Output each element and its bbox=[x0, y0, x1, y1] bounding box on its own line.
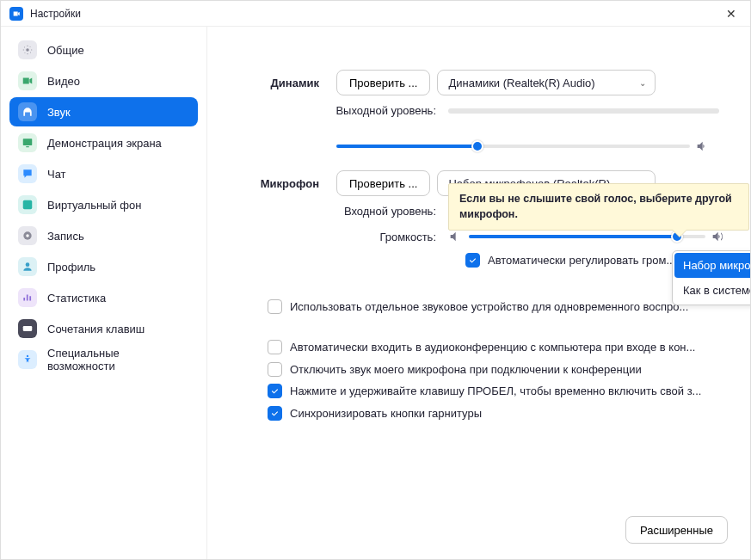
chat-icon bbox=[18, 164, 37, 183]
speaker-low-icon bbox=[448, 230, 462, 243]
sidebar-item-label: Демонстрация экрана bbox=[47, 137, 162, 150]
svg-rect-6 bbox=[23, 326, 33, 331]
sidebar-item-label: Специальные возможности bbox=[47, 347, 189, 372]
svg-point-7 bbox=[27, 355, 28, 357]
video-icon bbox=[18, 71, 37, 90]
mic-hint-tooltip: Если вы не слышите свой голос, выберите … bbox=[448, 183, 749, 231]
sidebar: Общие Видео Звук Демонстрация экрана Чат… bbox=[1, 27, 207, 559]
auto-join-label: Автоматически входить в аудиоконференцию… bbox=[290, 339, 695, 356]
separate-audio-label: Использовать отдельное звуковое устройст… bbox=[290, 298, 688, 316]
auto-join-row: Автоматически входить в аудиоконференцию… bbox=[268, 339, 724, 356]
chevron-down-icon: ⌄ bbox=[639, 78, 646, 88]
sidebar-item-profile[interactable]: Профиль bbox=[9, 252, 198, 281]
sidebar-item-general[interactable]: Общие bbox=[9, 35, 198, 65]
mic-volume-label: Громкость: bbox=[233, 231, 448, 243]
main-panel: Динамик Проверить ... Динамики (Realtek(… bbox=[207, 27, 750, 559]
keyboard-icon bbox=[18, 319, 37, 338]
sidebar-item-share[interactable]: Демонстрация экрана bbox=[9, 128, 198, 157]
svg-rect-2 bbox=[23, 200, 33, 210]
mute-on-join-label: Отключить звук моего микрофона при подкл… bbox=[290, 361, 642, 378]
space-unmute-checkbox[interactable] bbox=[268, 384, 282, 398]
speaker-high-icon bbox=[711, 230, 724, 243]
sidebar-item-label: Чат bbox=[47, 168, 66, 181]
speaker-select[interactable]: Динамики (Realtek(R) Audio) ⌄ bbox=[437, 70, 656, 95]
headphones-icon bbox=[18, 102, 37, 121]
sidebar-item-label: Запись bbox=[47, 230, 84, 243]
advanced-button[interactable]: Расширенные bbox=[625, 516, 728, 544]
sidebar-item-stats[interactable]: Статистика bbox=[9, 283, 198, 312]
stats-icon bbox=[18, 288, 37, 307]
speaker-volume-slider[interactable] bbox=[233, 138, 724, 155]
tooltip-text: Если вы не слышите свой голос, выберите … bbox=[459, 193, 732, 220]
sidebar-item-recording[interactable]: Запись bbox=[9, 221, 198, 250]
sidebar-item-audio[interactable]: Звук bbox=[9, 97, 198, 126]
sidebar-item-label: Сочетания клавиш bbox=[47, 323, 145, 335]
mic-volume-row: Громкость: bbox=[233, 228, 724, 245]
sidebar-item-label: Виртуальный фон bbox=[47, 199, 141, 212]
test-speaker-button[interactable]: Проверить ... bbox=[336, 70, 430, 95]
mute-on-join-row: Отключить звук моего микрофона при подкл… bbox=[268, 361, 724, 378]
mic-option-system[interactable]: Как в системе bbox=[674, 278, 750, 303]
sidebar-item-label: Статистика bbox=[47, 292, 106, 305]
output-level-meter bbox=[448, 108, 719, 114]
sync-headset-row: Синхронизировать кнопки гарнитуры bbox=[268, 405, 724, 422]
sync-headset-label: Синхронизировать кнопки гарнитуры bbox=[290, 405, 482, 422]
gear-icon bbox=[18, 40, 37, 59]
sidebar-item-label: Профиль bbox=[47, 261, 95, 274]
close-button[interactable]: ✕ bbox=[721, 3, 742, 24]
share-screen-icon bbox=[18, 133, 37, 152]
svg-point-5 bbox=[26, 262, 30, 267]
titlebar: Настройки ✕ bbox=[1, 1, 750, 27]
sync-headset-checkbox[interactable] bbox=[268, 406, 282, 421]
svg-point-0 bbox=[26, 48, 29, 52]
auto-adjust-checkbox[interactable] bbox=[465, 253, 480, 268]
sidebar-item-shortcuts[interactable]: Сочетания клавиш bbox=[9, 314, 198, 343]
mic-label: Микрофон bbox=[233, 177, 336, 190]
separate-audio-checkbox[interactable] bbox=[268, 299, 282, 314]
test-mic-button[interactable]: Проверить ... bbox=[336, 170, 430, 196]
space-unmute-row: Нажмите и удерживайте клавишу ПРОБЕЛ, чт… bbox=[268, 383, 724, 400]
svg-point-4 bbox=[26, 234, 29, 237]
sidebar-item-video[interactable]: Видео bbox=[9, 66, 198, 95]
speaker-icon bbox=[695, 139, 709, 153]
virtual-bg-icon bbox=[18, 195, 37, 214]
sidebar-item-label: Видео bbox=[47, 75, 80, 88]
record-icon bbox=[18, 226, 37, 245]
speaker-label: Динамик bbox=[233, 77, 336, 89]
speaker-row: Динамик Проверить ... Динамики (Realtek(… bbox=[233, 70, 724, 95]
output-level-label: Выходной уровень: bbox=[233, 104, 448, 117]
separate-audio-row: Использовать отдельное звуковое устройст… bbox=[268, 298, 724, 316]
space-unmute-label: Нажмите и удерживайте клавишу ПРОБЕЛ, чт… bbox=[290, 383, 701, 400]
profile-icon bbox=[18, 257, 37, 276]
speaker-selected-text: Динамики (Realtek(R) Audio) bbox=[448, 77, 594, 89]
auto-join-checkbox[interactable] bbox=[268, 340, 282, 354]
input-level-label: Входной уровень: bbox=[233, 205, 448, 218]
mic-dropdown-panel: Набор микрофонов (Realtek(R) Audio) Как … bbox=[672, 250, 750, 305]
sidebar-item-label: Общие bbox=[47, 44, 84, 57]
mic-option-realtek[interactable]: Набор микрофонов (Realtek(R) Audio) bbox=[674, 253, 750, 278]
auto-adjust-label: Автоматически регулировать гром... bbox=[488, 252, 675, 269]
sidebar-item-accessibility[interactable]: Специальные возможности bbox=[9, 345, 198, 374]
svg-rect-1 bbox=[23, 138, 33, 145]
sidebar-item-chat[interactable]: Чат bbox=[9, 159, 198, 188]
mic-volume-slider[interactable] bbox=[469, 228, 705, 245]
app-icon bbox=[9, 7, 23, 21]
sidebar-item-label: Звук bbox=[47, 106, 71, 119]
sidebar-item-virtual-bg[interactable]: Виртуальный фон bbox=[9, 190, 198, 219]
accessibility-icon bbox=[18, 350, 37, 369]
output-level-row: Выходной уровень: bbox=[233, 104, 724, 117]
mute-on-join-checkbox[interactable] bbox=[268, 362, 282, 377]
window-title: Настройки bbox=[30, 8, 81, 20]
